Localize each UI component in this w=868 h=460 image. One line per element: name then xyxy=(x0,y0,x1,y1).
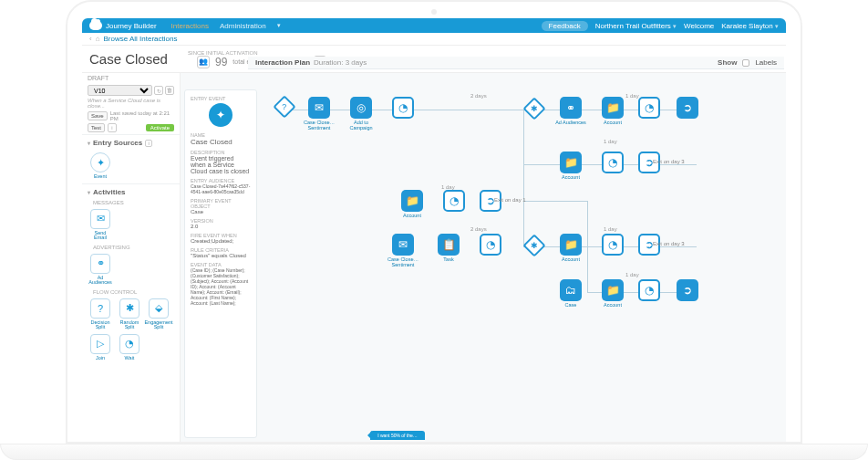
node-add-campaign[interactable]: ◎Add to Campaign xyxy=(343,97,379,131)
node-wait[interactable]: ◔ xyxy=(385,97,421,119)
entries-count: 99 xyxy=(215,56,227,68)
goal-flag[interactable]: I want 50% of the… xyxy=(370,431,425,440)
product-title: Journey Builder xyxy=(106,22,157,30)
node-ad-audiences[interactable]: ⚭Ad Audiences xyxy=(553,97,589,126)
breadcrumb-link[interactable]: Browse All Interactions xyxy=(104,35,178,43)
laptop-base xyxy=(0,444,868,460)
tool-ad-audiences[interactable]: ⚭Ad Audiences xyxy=(88,254,113,286)
feedback-button[interactable]: Feedback xyxy=(542,21,588,31)
delete-icon[interactable]: 🗑 xyxy=(165,86,174,95)
entry-event-icon[interactable]: ✦ xyxy=(209,103,232,127)
entry-event-panel: ENTRY EVENT ✦ NAME Case Closed DESCRIPTI… xyxy=(184,89,257,438)
breadcrumb: ‹ ⌂ Browse All Interactions xyxy=(82,33,786,46)
node-exit[interactable]: ➲ xyxy=(669,279,706,301)
nav-administration[interactable]: Administration xyxy=(220,22,266,30)
days-label: 1 day xyxy=(604,226,617,232)
node-task[interactable]: 📋Task xyxy=(430,234,467,263)
info-icon[interactable]: i xyxy=(145,140,152,147)
envelope-icon: ✉ xyxy=(308,97,330,119)
activities-heading[interactable]: Activities xyxy=(93,188,126,196)
target-icon: ◎ xyxy=(350,97,372,119)
split-icon: ✱ xyxy=(522,97,545,120)
top-nav: Interactions Administration ▾ xyxy=(171,22,281,30)
people-icon: 👥 xyxy=(197,56,210,68)
clock-icon: ◔ xyxy=(480,234,501,256)
folder-icon: 📁 xyxy=(602,279,624,301)
node-wait[interactable]: ◔ xyxy=(472,234,509,256)
tool-decision-split[interactable]: ?Decision Split xyxy=(88,298,113,330)
node-decision[interactable]: ? xyxy=(266,99,303,115)
show-label: Show xyxy=(718,58,737,67)
messages-subheading: MESSAGES xyxy=(82,200,180,207)
node-sentiment[interactable]: ✉Case Close… Sentiment xyxy=(385,234,421,267)
node-account[interactable]: 📁Account xyxy=(553,152,589,181)
entry-sources-heading[interactable]: Entry Sources xyxy=(93,139,142,147)
node-account[interactable]: 📁Account xyxy=(553,234,589,263)
back-icon[interactable]: ‹ xyxy=(89,35,92,43)
node-sentiment[interactable]: ✉Case Close… Sentiment xyxy=(301,97,337,131)
tool-random-split[interactable]: ✱Random Split xyxy=(117,298,142,330)
clock-icon: ◔ xyxy=(602,152,624,173)
home-icon[interactable]: ⌂ xyxy=(96,35,100,43)
clock-icon: ◔ xyxy=(638,97,660,119)
exit-label: Exit on day 3 xyxy=(653,159,685,164)
detail-audience: Case Closed-7a447f62-c537-4541-aae6-80e0… xyxy=(191,183,251,194)
activate-button[interactable]: Activate xyxy=(146,124,174,131)
flow-canvas[interactable]: 2 days 1 day ? ✉Case Close… Sentiment ◎A… xyxy=(261,73,786,442)
tool-send-email[interactable]: ✉Send Email xyxy=(88,209,113,241)
node-wait[interactable]: ◔ xyxy=(436,190,472,212)
folder-icon: 📁 xyxy=(602,97,624,119)
node-account[interactable]: 📁Account xyxy=(594,279,631,308)
node-wait[interactable]: ◔ xyxy=(594,152,631,173)
version-select[interactable]: V10 xyxy=(88,85,152,96)
tool-wait[interactable]: ◔Wait xyxy=(117,334,142,361)
flow-control-subheading: FLOW CONTROL xyxy=(82,289,180,297)
days-label: 2 days xyxy=(470,226,487,232)
version-hint: When a Service Cloud case is close... xyxy=(88,98,174,109)
labels-checkbox[interactable] xyxy=(742,59,749,67)
node-engagement-split[interactable]: ✱ xyxy=(516,237,553,254)
node-case[interactable]: 🗂Case xyxy=(553,279,589,308)
decision-icon: ? xyxy=(273,95,295,118)
node-wait[interactable]: ◔ xyxy=(594,234,631,256)
tool-engagement-split[interactable]: ⬙Engagement Split xyxy=(146,298,171,330)
detail-fire: Created;Updated; xyxy=(191,238,251,244)
org-picker[interactable]: Northern Trail Outfitters ▾ xyxy=(595,22,677,30)
folder-icon: 📁 xyxy=(560,152,582,173)
node-wait[interactable]: ◔ xyxy=(631,279,667,301)
tool-join[interactable]: ▷Join xyxy=(88,334,113,361)
clipboard-icon: 📋 xyxy=(438,234,460,256)
plan-title: Interaction Plan xyxy=(255,58,310,67)
refresh-icon[interactable]: ↻ xyxy=(154,86,163,95)
detail-rule: "Status" equals Closed xyxy=(191,253,251,258)
tool-event[interactable]: ✦Event xyxy=(88,152,113,180)
exit-icon: ➲ xyxy=(677,279,698,301)
envelope-icon: ✉ xyxy=(392,234,414,256)
detail-name: Case Closed xyxy=(191,138,251,146)
detail-desc: Event triggered when a Service Cloud cas… xyxy=(191,155,251,174)
clock-icon: ◔ xyxy=(443,190,465,212)
node-exit[interactable]: ➲ xyxy=(669,97,706,119)
clock-icon: ◔ xyxy=(602,234,624,256)
audience-icon: ⚭ xyxy=(560,97,582,119)
chevron-down-icon[interactable]: ▾ xyxy=(277,22,281,30)
days-label: 2 days xyxy=(470,93,487,99)
user-menu[interactable]: Karalee Slayton ▾ xyxy=(721,22,779,30)
plan-header: Interaction Plan Duration: 3 days Show L… xyxy=(248,57,784,69)
case-icon: 🗂 xyxy=(560,279,582,301)
detail-object: Case xyxy=(191,209,251,214)
nav-interactions[interactable]: Interactions xyxy=(171,22,209,30)
node-account[interactable]: 📁Account xyxy=(394,190,430,219)
test-info-icon[interactable]: i xyxy=(108,123,117,132)
save-button[interactable]: Save xyxy=(88,111,108,120)
folder-icon: 📁 xyxy=(401,190,423,212)
advertising-subheading: ADVERTISING xyxy=(82,245,180,252)
node-engagement-split[interactable]: ✱ xyxy=(516,100,553,117)
canvas-area: ENTRY EVENT ✦ NAME Case Closed DESCRIPTI… xyxy=(181,73,786,442)
node-wait[interactable]: ◔ xyxy=(631,97,667,119)
page-title: Case Closed xyxy=(89,51,188,67)
top-bar: Journey Builder Interactions Administrat… xyxy=(82,18,786,33)
node-account[interactable]: 📁Account xyxy=(594,97,631,126)
exit-label: Exit on day 3 xyxy=(653,241,685,246)
test-button[interactable]: Test xyxy=(88,123,105,132)
